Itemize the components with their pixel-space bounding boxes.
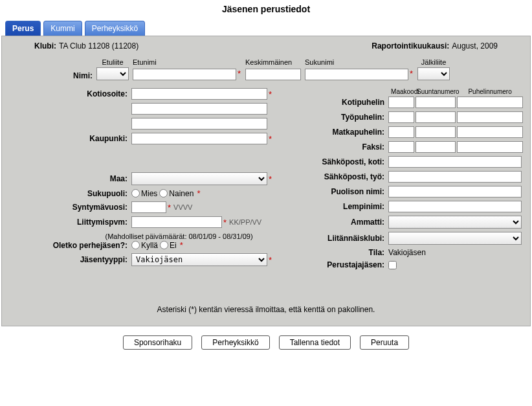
kylla-label: Kyllä	[141, 241, 158, 250]
syntymavuosi-input[interactable]	[131, 201, 166, 213]
perhejasen-label: Oletko perhejäsen?:	[8, 241, 131, 250]
perustajajasen-checkbox[interactable]	[388, 261, 397, 269]
suunta-hdr: Suuntanumero	[417, 88, 457, 95]
puolison-nimi-input[interactable]	[388, 186, 522, 197]
mies-radio[interactable]	[131, 189, 140, 197]
maakoodi-hdr: Maakoodi	[391, 88, 417, 95]
kkppvv-hint: KK/PP/VV	[227, 218, 261, 226]
jalkiliite-select[interactable]	[417, 67, 450, 80]
kotiosoite3-input[interactable]	[131, 118, 267, 130]
jasentyyppi-select[interactable]: Vakiojäsen	[131, 253, 267, 266]
peruuta-button[interactable]: Peruuta	[360, 335, 409, 350]
nainen-label: Nainen	[169, 189, 194, 198]
tab-kummi[interactable]: Kummi	[43, 21, 82, 36]
lempinimi-input[interactable]	[388, 201, 522, 212]
etunimi-input[interactable]	[133, 69, 236, 80]
kotiosoite1-input[interactable]	[131, 88, 267, 100]
tab-bar: Perus Kummi Perheyksikkö	[0, 21, 532, 36]
tyopuhelin-label: Työpuhelin:	[291, 113, 388, 122]
klubi-label: Klubi:	[34, 41, 56, 51]
perheyksikko-button[interactable]: Perheyksikkö	[201, 335, 269, 350]
kotiosoite2-input[interactable]	[131, 103, 267, 115]
etunimi-label: Etunimi	[133, 58, 241, 66]
ammatti-select[interactable]	[388, 216, 522, 229]
raportti-label: Raportointikuukausi:	[371, 41, 449, 51]
keskimmainen-input[interactable]	[245, 69, 301, 80]
tyop-maa-input[interactable]	[388, 111, 414, 123]
etuliite-label: Etuliite	[96, 58, 129, 66]
ammatti-label: Ammatti:	[291, 218, 388, 227]
puhelin-hdr: Puhelinnumero	[457, 88, 523, 95]
perustajajasen-label: Perustajajäsen:	[291, 260, 388, 269]
sahkoposti-koti-label: Sähköposti, koti:	[291, 157, 388, 166]
tila-label: Tila:	[291, 248, 388, 257]
mahdolliset-note: (Mahdolliset päivämäärät: 08/01/09 - 08/…	[8, 231, 272, 240]
kaupunki-label: Kaupunki:	[8, 134, 131, 143]
tila-value: Vakiojäsen	[388, 248, 426, 257]
sahkoposti-tyo-input[interactable]	[388, 171, 522, 183]
sukunimi-input[interactable]	[305, 69, 408, 80]
kotip-suunta-input[interactable]	[416, 96, 456, 108]
kylla-radio[interactable]	[131, 241, 140, 249]
nainen-radio[interactable]	[159, 189, 168, 197]
sponsorihaku-button[interactable]: Sponsorihaku	[123, 335, 192, 350]
jasentyyppi-label: Jäsentyyppi:	[8, 255, 131, 264]
matka-suunta-input[interactable]	[416, 126, 456, 138]
faksi-num-input[interactable]	[457, 141, 523, 153]
kotiosoite-label: Kotiosoite:	[8, 89, 131, 98]
matkapuhelin-label: Matkapuhelin:	[291, 128, 388, 137]
maa-label: Maa:	[8, 174, 131, 183]
tab-perus[interactable]: Perus	[5, 21, 41, 36]
nimi-label: Nimi:	[34, 71, 93, 80]
syntymavuosi-label: Syntymävuosi:	[8, 203, 131, 212]
tyop-num-input[interactable]	[457, 111, 523, 123]
ei-label: Ei	[170, 241, 177, 250]
jalkiliite-label: Jälkiliite	[417, 58, 450, 66]
sukunimi-label: Sukunimi	[305, 58, 414, 66]
lempinimi-label: Lempinimi:	[291, 202, 388, 211]
keskimmainen-label: Keskimmäinen	[245, 58, 301, 66]
liittymispvm-label: Liittymispvm:	[8, 218, 131, 227]
sahkoposti-koti-input[interactable]	[388, 156, 522, 168]
tyop-suunta-input[interactable]	[416, 111, 456, 123]
vvvv-hint: VVVV	[171, 203, 192, 211]
raportti-value: August, 2009	[452, 41, 498, 51]
mies-label: Mies	[141, 189, 157, 198]
maa-select[interactable]	[131, 172, 267, 185]
sukupuoli-label: Sukupuoli:	[8, 189, 131, 198]
button-bar: Sponsorihaku Perheyksikkö Tallenna tiedo…	[0, 326, 532, 359]
kotip-maa-input[interactable]	[388, 96, 414, 108]
tab-perheyksikko[interactable]: Perheyksikkö	[85, 21, 145, 36]
page-title: Jäsenen perustiedot	[0, 0, 532, 21]
faksi-suunta-input[interactable]	[416, 141, 456, 153]
kotip-num-input[interactable]	[457, 96, 523, 108]
matka-num-input[interactable]	[457, 126, 523, 138]
puolison-nimi-label: Puolison nimi:	[291, 187, 388, 196]
etuliite-select[interactable]	[96, 67, 129, 80]
liittymispvm-input[interactable]	[131, 216, 222, 228]
tallenna-button[interactable]: Tallenna tiedot	[279, 335, 351, 350]
matka-maa-input[interactable]	[388, 126, 414, 138]
klubi-value: TA Club 11208 (11208)	[59, 41, 139, 51]
required-footnote: Asteriski (*) kentän vieressä ilmoittaa,…	[8, 273, 524, 314]
ei-radio[interactable]	[160, 241, 168, 249]
liitannaisklubi-select[interactable]	[388, 232, 522, 245]
liitannaisklubi-label: Liitännäisklubi:	[291, 234, 388, 243]
faksi-label: Faksi:	[291, 142, 388, 152]
form-panel: Klubi: TA Club 11208 (11208) Raportointi…	[1, 36, 531, 326]
kaupunki-input[interactable]	[131, 133, 267, 144]
kotipuhelin-label: Kotipuhelin	[291, 98, 388, 107]
sahkoposti-tyo-label: Sähköposti, työ:	[291, 172, 388, 181]
faksi-maa-input[interactable]	[388, 141, 414, 153]
